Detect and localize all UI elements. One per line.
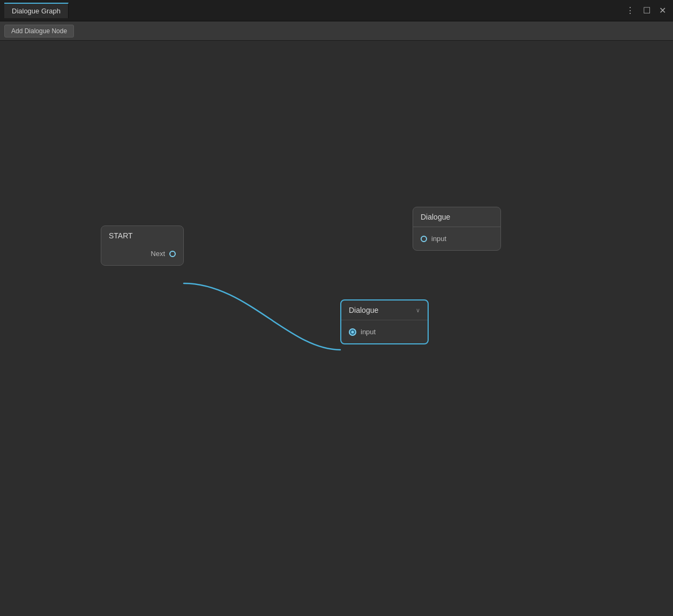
toolbar: Add Dialogue Node xyxy=(0,21,673,41)
dialogue-selected-input-port[interactable] xyxy=(349,328,356,336)
connections-svg xyxy=(0,41,673,616)
title-bar-left: Dialogue Graph xyxy=(4,3,69,18)
dialogue-unselected-input-label: input xyxy=(431,235,446,243)
menu-button[interactable]: ⋮ xyxy=(623,5,637,16)
dialogue-node-unselected[interactable]: Dialogue input xyxy=(413,207,501,251)
close-button[interactable]: ✕ xyxy=(656,5,669,16)
title-bar: Dialogue Graph ⋮ ☐ ✕ xyxy=(0,0,673,21)
dialogue-node-selected[interactable]: Dialogue ∨ input xyxy=(340,299,429,344)
dialogue-unselected-body: input xyxy=(413,227,500,250)
dialogue-unselected-input-port[interactable] xyxy=(421,236,427,242)
dialogue-unselected-input-row: input xyxy=(413,231,500,246)
dialogue-selected-input-row: input xyxy=(341,325,428,339)
dialogue-selected-body: input xyxy=(341,320,428,343)
title-bar-controls: ⋮ ☐ ✕ xyxy=(623,5,669,16)
chevron-down-icon: ∨ xyxy=(416,307,420,314)
next-output-label: Next xyxy=(151,250,165,258)
title-tab-label: Dialogue Graph xyxy=(12,7,61,15)
title-tab[interactable]: Dialogue Graph xyxy=(4,3,69,18)
dialogue-unselected-title: Dialogue xyxy=(421,213,450,221)
start-node-body: Next xyxy=(101,242,183,265)
next-output-row: Next xyxy=(101,246,183,261)
graph-canvas[interactable]: START Next Dialogue input Dialogue ∨ xyxy=(0,41,673,616)
dialogue-selected-header: Dialogue ∨ xyxy=(341,301,428,320)
start-node-title: START xyxy=(109,231,133,240)
dialogue-unselected-header: Dialogue xyxy=(413,207,500,227)
start-node[interactable]: START Next xyxy=(101,226,184,266)
dialogue-selected-input-label: input xyxy=(361,328,376,336)
maximize-button[interactable]: ☐ xyxy=(640,5,653,16)
add-dialogue-node-button[interactable]: Add Dialogue Node xyxy=(4,25,74,37)
start-node-header: START xyxy=(101,226,183,242)
next-output-port[interactable] xyxy=(169,251,176,257)
dialogue-selected-title: Dialogue xyxy=(349,306,378,314)
